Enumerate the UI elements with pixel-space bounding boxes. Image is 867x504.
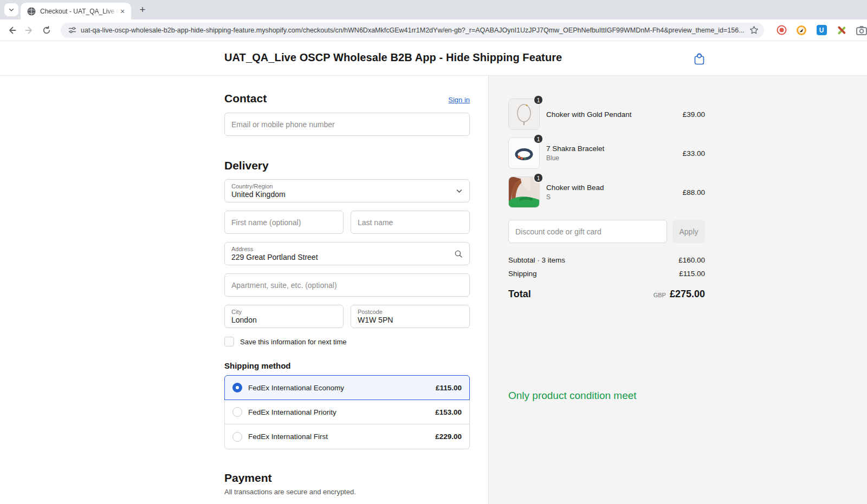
- product-price: £39.00: [683, 110, 705, 119]
- city-value: London: [231, 316, 257, 325]
- save-info-label: Save this information for next time: [240, 338, 347, 346]
- discount-placeholder: Discount code or gift card: [515, 227, 601, 236]
- first-name-field[interactable]: First name (optional): [224, 211, 344, 234]
- payment-subtext: All transactions are secure and encrypte…: [224, 488, 470, 496]
- shipping-method-heading: Shipping method: [224, 361, 470, 370]
- ublock-letter: U: [817, 25, 827, 35]
- tab-close-icon[interactable]: ×: [118, 7, 127, 16]
- browser-toolbar: uat-qa-live-oscp-wholesale-b2b-app-hide-…: [0, 19, 867, 41]
- tab-title: Checkout - UAT_QA_Live OSCP: [40, 8, 118, 15]
- country-select[interactable]: Country/Region United Kingdom: [224, 179, 470, 202]
- shipping-options: FedEx International Economy £115.00 FedE…: [224, 375, 470, 449]
- product-price: £88.00: [683, 188, 705, 197]
- cart-item-shakra-bracelet: 1 7 Shakra Bracelet Blue £33.00: [508, 138, 705, 169]
- quantity-badge: 1: [533, 95, 544, 105]
- radio-selected-icon: [232, 383, 242, 392]
- apartment-field[interactable]: Apartment, suite, etc. (optional): [224, 273, 470, 297]
- apartment-placeholder: Apartment, suite, etc. (optional): [231, 281, 337, 290]
- last-name-field[interactable]: Last name: [351, 211, 470, 234]
- back-arrow-icon: [7, 25, 17, 35]
- browser-tab-checkout[interactable]: Checkout - UAT_QA_Live OSCP ×: [21, 3, 131, 19]
- shipping-option-label: FedEx International First: [248, 433, 435, 441]
- tab-strip: Checkout - UAT_QA_Live OSCP × +: [0, 0, 867, 19]
- shipping-option-priority[interactable]: FedEx International Priority £153.00: [225, 400, 469, 424]
- radio-icon: [232, 407, 242, 417]
- cart-bag-icon[interactable]: [694, 53, 705, 68]
- forward-button[interactable]: [22, 23, 37, 38]
- reload-icon: [42, 25, 51, 35]
- total-value: £275.00: [670, 289, 705, 300]
- record-extension-icon[interactable]: [776, 25, 787, 36]
- delivery-heading: Delivery: [224, 159, 470, 172]
- tab-list-chevron-button[interactable]: [4, 3, 18, 16]
- save-info-checkbox[interactable]: [224, 337, 234, 346]
- page-title: UAT_QA_Live OSCP Wholesale B2B App - Hid…: [224, 51, 562, 64]
- subtotal-label: Subtotal · 3 items: [508, 256, 565, 264]
- chevron-down-icon: [8, 6, 15, 13]
- product-name: 7 Shakra Bracelet: [546, 144, 683, 153]
- quantity-badge: 1: [533, 173, 544, 183]
- address-field[interactable]: Address 229 Great Portland Street: [224, 242, 470, 265]
- shipping-option-price: £229.00: [435, 433, 462, 441]
- quantity-badge: 1: [533, 134, 544, 144]
- checkout-form-column: Contact Sign in Email or mobile phone nu…: [0, 76, 488, 504]
- product-price: £33.00: [683, 149, 705, 158]
- checkout-header: UAT_QA_Live OSCP Wholesale B2B App - Hid…: [0, 41, 867, 76]
- shipping-total-value: £115.00: [679, 270, 705, 278]
- order-summary-sidebar: 1 Choker with Gold Pendant £39.00: [488, 76, 867, 504]
- cart-item-choker-gold-pendant: 1 Choker with Gold Pendant £39.00: [508, 99, 705, 130]
- address-value: 229 Great Portland Street: [231, 253, 318, 262]
- reload-button[interactable]: [39, 23, 54, 38]
- postcode-value: W1W 5PN: [358, 316, 393, 325]
- cart-item-choker-bead: 1 Choker with Bead S £88.00: [508, 176, 705, 208]
- country-value: United Kingdom: [231, 190, 286, 199]
- postcode-label: Postcode: [358, 309, 383, 316]
- shipping-option-first[interactable]: FedEx International First £229.00: [225, 424, 469, 449]
- contact-heading: Contact: [224, 92, 267, 105]
- last-name-placeholder: Last name: [358, 218, 393, 227]
- product-name: Choker with Bead: [546, 183, 683, 192]
- product-variant: Blue: [546, 154, 683, 162]
- shipping-option-economy[interactable]: FedEx International Economy £115.00: [224, 375, 470, 400]
- crossed-sticks-extension-icon[interactable]: [836, 25, 847, 36]
- city-label: City: [231, 309, 242, 316]
- url-bar[interactable]: uat-qa-live-oscp-wholesale-b2b-app-hide-…: [61, 23, 764, 38]
- postcode-field[interactable]: Postcode W1W 5PN: [351, 305, 470, 328]
- subtotal-value: £160.00: [678, 256, 705, 264]
- tab-favicon-globe-icon: [27, 7, 36, 16]
- extensions-row: U: [776, 25, 867, 36]
- ublock-extension-icon[interactable]: U: [816, 25, 827, 36]
- shipping-option-label: FedEx International Priority: [248, 408, 435, 416]
- discount-code-field[interactable]: Discount code or gift card: [508, 220, 667, 243]
- camera-extension-icon[interactable]: [856, 25, 867, 36]
- shipping-option-label: FedEx International Economy: [248, 384, 436, 392]
- city-field[interactable]: City London: [224, 305, 344, 328]
- product-condition-notice: Only product condition meet: [508, 390, 705, 402]
- payment-heading: Payment: [224, 472, 470, 485]
- total-label: Total: [508, 289, 531, 300]
- search-icon: [454, 250, 463, 258]
- email-placeholder: Email or mobile phone number: [231, 120, 335, 129]
- chevron-down-icon: [456, 187, 463, 194]
- site-settings-icon: [68, 26, 76, 34]
- apply-discount-button[interactable]: Apply: [672, 220, 705, 243]
- bookmark-star-icon[interactable]: [749, 25, 759, 35]
- product-name: Choker with Gold Pendant: [546, 110, 683, 119]
- sign-in-link[interactable]: Sign in: [448, 96, 470, 104]
- gauge-extension-icon[interactable]: [796, 25, 807, 36]
- currency-code: GBP: [654, 292, 666, 298]
- first-name-placeholder: First name (optional): [231, 218, 301, 227]
- email-field[interactable]: Email or mobile phone number: [224, 113, 470, 136]
- address-label: Address: [231, 246, 253, 253]
- new-tab-button[interactable]: +: [135, 3, 150, 16]
- shipping-total-label: Shipping: [508, 270, 537, 278]
- browser-window: Checkout - UAT_QA_Live OSCP × + uat-qa-l…: [0, 0, 867, 504]
- url-text: uat-qa-live-oscp-wholesale-b2b-app-hide-…: [81, 27, 745, 34]
- shipping-option-price: £153.00: [435, 408, 462, 416]
- radio-icon: [232, 432, 242, 442]
- shipping-option-price: £115.00: [436, 384, 462, 392]
- country-label: Country/Region: [231, 183, 273, 190]
- back-button[interactable]: [4, 23, 20, 38]
- forward-arrow-icon: [24, 25, 34, 35]
- product-variant: S: [546, 193, 683, 201]
